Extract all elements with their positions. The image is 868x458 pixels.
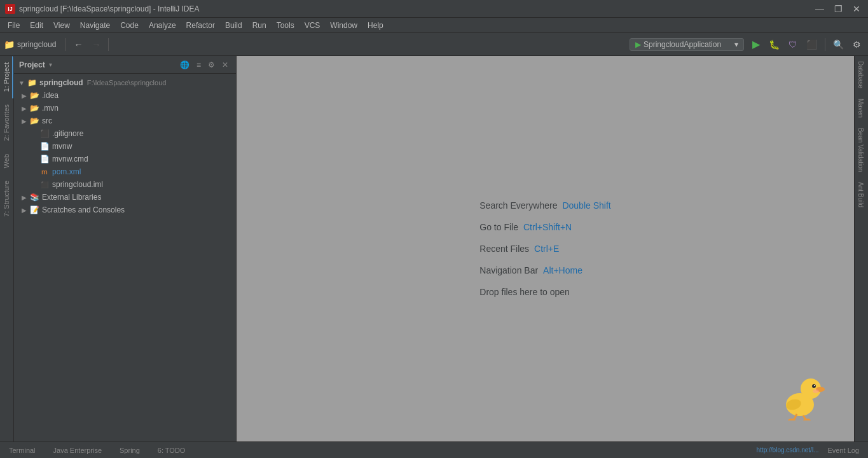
sidebar-item-web[interactable]: Web — [1, 148, 13, 174]
title-bar-left: IJ springcloud [F:\IdeaSpace\springcloud… — [5, 4, 199, 14]
svg-point-2 — [812, 384, 816, 388]
status-todo[interactable]: 6: TODO — [154, 445, 189, 455]
mvnw-icon: 📄 — [39, 141, 50, 151]
project-panel-header-left: Project ▾ — [19, 60, 52, 69]
status-java-enterprise[interactable]: Java Enterprise — [50, 445, 106, 455]
run-config-icon: ▶ — [635, 40, 641, 49]
expand-all-button[interactable]: 🌐 — [177, 59, 192, 71]
project-name: springcloud — [17, 40, 56, 49]
tree-item-mvn[interactable]: ▶ 📂 .mvn — [14, 102, 236, 114]
collapse-all-button[interactable]: ≡ — [194, 59, 203, 71]
src-label: src — [42, 116, 52, 125]
title-bar-controls[interactable]: — ❐ ✕ — [813, 4, 863, 14]
panel-close-button[interactable]: ✕ — [219, 59, 231, 71]
tree-item-external-libs[interactable]: ▶ 📚 External Libraries — [14, 191, 236, 204]
run-config-selector[interactable]: ▶ SpringcloudApplication ▾ — [630, 38, 744, 51]
mvnw-cmd-icon: 📄 — [39, 154, 50, 164]
hint-navbar-action: Navigation Bar — [479, 265, 538, 275]
status-bar: Terminal Java Enterprise Spring 6: TODO … — [0, 441, 868, 458]
stop-button[interactable]: ⬛ — [803, 38, 820, 52]
iml-label: springcloud.iml — [52, 180, 103, 189]
title-text: springcloud [F:\IdeaSpace\springcloud] -… — [19, 4, 199, 13]
menu-window[interactable]: Window — [325, 20, 362, 31]
settings-button[interactable]: ⚙ — [850, 38, 864, 52]
toolbar: 📁 springcloud ← → ▶ SpringcloudApplicati… — [0, 33, 868, 56]
ext-libs-arrow: ▶ — [19, 194, 29, 201]
right-tab-bean-validation[interactable]: Bean Validation — [855, 123, 867, 177]
tree-item-scratches[interactable]: ▶ 📝 Scratches and Consoles — [14, 204, 236, 216]
menu-bar: File Edit View Navigate Code Analyze Ref… — [0, 18, 868, 33]
iml-icon: ⬛ — [39, 179, 50, 190]
menu-refactor[interactable]: Refactor — [181, 20, 220, 31]
tree-root[interactable]: ▼ 📁 springcloud F:\IdeaSpace\springcloud — [14, 76, 236, 89]
tree-item-mvnw-cmd[interactable]: 📄 mvnw.cmd — [14, 153, 236, 165]
status-event-log[interactable]: Event Log — [823, 445, 863, 455]
menu-tools[interactable]: Tools — [272, 20, 300, 31]
project-panel-header: Project ▾ 🌐 ≡ ⚙ ✕ — [14, 56, 236, 74]
hint-drop-text: Drop files here to open — [479, 287, 570, 297]
tree-item-pom[interactable]: m pom.xml — [14, 165, 236, 178]
run-config-dropdown[interactable]: ▾ — [734, 40, 738, 49]
scratches-icon: 📝 — [29, 205, 39, 215]
mvnw-cmd-label: mvnw.cmd — [52, 155, 88, 163]
menu-navigate[interactable]: Navigate — [75, 20, 115, 31]
run-button[interactable]: ▶ — [749, 36, 763, 52]
mvn-label: .mvn — [42, 104, 59, 113]
tree-item-gitignore[interactable]: ⬛ .gitignore — [14, 127, 236, 140]
forward-button[interactable]: → — [88, 38, 104, 52]
status-terminal[interactable]: Terminal — [5, 445, 39, 455]
menu-edit[interactable]: Edit — [25, 20, 48, 31]
toolbar-separator-3 — [825, 38, 825, 51]
menu-build[interactable]: Build — [220, 20, 247, 31]
project-panel: Project ▾ 🌐 ≡ ⚙ ✕ ▼ 📁 springcloud F:\Ide… — [14, 56, 237, 441]
idea-label: .idea — [42, 91, 59, 100]
panel-settings-button[interactable]: ⚙ — [205, 59, 217, 71]
maximize-button[interactable]: ❐ — [832, 4, 845, 14]
debug-button[interactable]: 🐛 — [766, 38, 783, 52]
gitignore-icon: ⬛ — [39, 128, 50, 139]
coverage-button[interactable]: 🛡 — [785, 38, 801, 52]
menu-view[interactable]: View — [48, 20, 75, 31]
back-button[interactable]: ← — [71, 38, 86, 52]
menu-analyze[interactable]: Analyze — [144, 20, 181, 31]
right-tab-maven[interactable]: Maven — [855, 94, 867, 123]
duck-mascot — [778, 363, 829, 429]
tree-item-src[interactable]: ▶ 📂 src — [14, 114, 236, 127]
mvn-folder-icon: 📂 — [29, 103, 39, 113]
gitignore-label: .gitignore — [52, 129, 83, 138]
title-bar: IJ springcloud [F:\IdeaSpace\springcloud… — [0, 0, 868, 18]
pom-icon: m — [39, 167, 50, 177]
svg-point-3 — [814, 385, 815, 386]
project-panel-title: Project — [19, 60, 45, 69]
editor-area: Search Everywhere Double Shift Go to Fil… — [237, 56, 854, 441]
root-folder-icon: 📁 — [27, 78, 37, 88]
main-layout: 1: Project 2: Favorites Web 7: Structure… — [0, 56, 868, 441]
tree-item-iml[interactable]: ⬛ springcloud.iml — [14, 178, 236, 191]
menu-file[interactable]: File — [3, 20, 25, 31]
tree-item-mvnw[interactable]: 📄 mvnw — [14, 140, 236, 153]
hint-search: Search Everywhere Double Shift — [479, 200, 610, 211]
minimize-button[interactable]: — — [813, 4, 827, 14]
menu-vcs[interactable]: VCS — [300, 20, 326, 31]
close-button[interactable]: ✕ — [850, 4, 863, 14]
menu-help[interactable]: Help — [362, 20, 389, 31]
search-everywhere-button[interactable]: 🔍 — [830, 38, 847, 52]
tree-item-idea[interactable]: ▶ 📂 .idea — [14, 89, 236, 102]
hint-recent: Recent Files Ctrl+E — [479, 244, 559, 254]
right-tab-ant-build[interactable]: Ant Build — [855, 177, 867, 212]
sidebar-item-favorites[interactable]: 2: Favorites — [1, 98, 13, 147]
svg-point-10 — [813, 389, 819, 393]
status-bar-left: Terminal Java Enterprise Spring 6: TODO — [5, 445, 189, 455]
menu-run[interactable]: Run — [247, 20, 272, 31]
sidebar-item-structure[interactable]: 7: Structure — [1, 174, 13, 223]
right-panel-tabs: Database Maven Bean Validation Ant Build — [854, 56, 868, 441]
right-tab-database[interactable]: Database — [855, 56, 867, 94]
idea-arrow: ▶ — [19, 92, 29, 99]
status-spring[interactable]: Spring — [116, 445, 144, 455]
sidebar-item-project[interactable]: 1: Project — [1, 56, 13, 98]
idea-folder-icon: 📂 — [29, 90, 39, 101]
menu-code[interactable]: Code — [115, 20, 144, 31]
hint-goto-action: Go to File — [479, 222, 518, 232]
mvnw-label: mvnw — [52, 142, 72, 151]
project-dropdown-arrow[interactable]: ▾ — [49, 61, 52, 68]
